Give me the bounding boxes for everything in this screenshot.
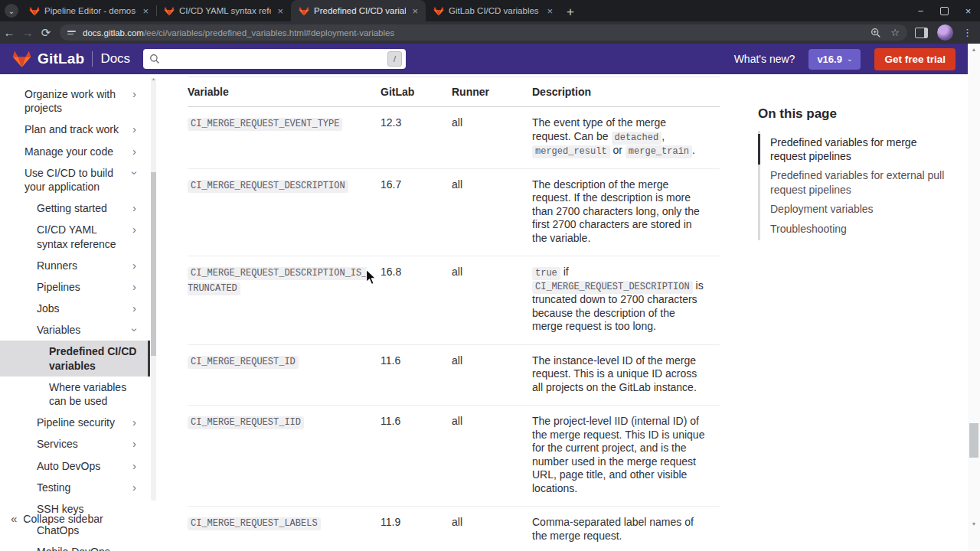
sidebar-item[interactable]: Auto DevOps› xyxy=(0,455,150,477)
browser-tab[interactable]: Predefined CI/CD variables refe× xyxy=(291,0,426,21)
sidebar-item[interactable]: Variables› xyxy=(0,319,150,341)
site-info-icon[interactable] xyxy=(67,31,76,34)
docs-search[interactable]: / xyxy=(143,49,406,69)
gitlab-favicon-icon xyxy=(29,6,40,16)
address-bar[interactable]: docs.gitlab.com/ee/ci/variables/predefin… xyxy=(60,24,907,41)
window-close-button[interactable]: × xyxy=(956,0,980,21)
variable-name: CI_MERGE_REQUEST_IID xyxy=(188,416,304,429)
forward-button[interactable]: → xyxy=(18,27,37,38)
bookmark-star-icon[interactable]: ☆ xyxy=(890,28,900,37)
version-dropdown[interactable]: v16.9⌄ xyxy=(808,49,861,70)
sidebar-item[interactable]: Runners› xyxy=(0,255,150,276)
sidebar-nav: Organize work with projects›Plan and tra… xyxy=(0,74,150,551)
get-free-trial-button[interactable]: Get free trial xyxy=(874,48,956,70)
page-scroll-thumb[interactable] xyxy=(969,423,978,458)
sidebar-item[interactable]: Where variables can be used xyxy=(0,377,150,412)
runner-cell: all xyxy=(452,168,532,256)
doc-content: VariableGitLabRunnerDescription CI_MERGE… xyxy=(188,74,720,551)
chevron-right-icon: › xyxy=(132,459,136,473)
search-input[interactable] xyxy=(165,53,387,66)
page-scrollbar[interactable]: ▲ ▼ xyxy=(968,44,980,551)
sidebar-item[interactable]: Plan and track work› xyxy=(0,119,150,140)
description-cell: The project-level IID (internal ID) of t… xyxy=(532,406,720,507)
window-minimize-button[interactable]: − xyxy=(909,0,933,21)
chevron-down-icon: › xyxy=(128,328,142,332)
inline-code: detached xyxy=(612,132,662,145)
gitlab-favicon-icon xyxy=(299,6,309,16)
table-body: CI_MERGE_REQUEST_EVENT_TYPE12.3allThe ev… xyxy=(188,107,720,551)
on-this-page-panel: On this page Predefined variables for me… xyxy=(758,74,954,240)
window-restore-button[interactable] xyxy=(933,0,956,21)
docs-sidebar: Organize work with projects›Plan and tra… xyxy=(0,74,161,551)
tab-close-icon[interactable]: × xyxy=(410,6,420,16)
sidebar-item[interactable]: Jobs› xyxy=(0,298,150,319)
sidebar-item[interactable]: Testing› xyxy=(0,477,150,498)
tab-close-icon[interactable]: × xyxy=(276,6,285,16)
sidebar-item[interactable]: CI/CD YAML syntax reference› xyxy=(0,219,150,254)
chevron-right-icon: › xyxy=(132,259,136,272)
tab-title: CI/CD YAML syntax reference | xyxy=(179,6,271,15)
variable-cell: CI_MERGE_REQUEST_DESCRIPTION xyxy=(188,168,381,256)
sidebar-item[interactable]: Pipeline security› xyxy=(0,412,150,433)
restore-icon xyxy=(940,7,949,15)
gitlab-version-cell: 11.6 xyxy=(381,406,452,507)
scroll-down-icon[interactable]: ▼ xyxy=(968,521,980,527)
toc-item[interactable]: Troubleshooting xyxy=(770,219,954,238)
sidebar-scroll-thumb[interactable] xyxy=(151,172,156,356)
back-button[interactable]: ← xyxy=(0,27,18,38)
tanuki-icon xyxy=(12,50,31,68)
scroll-up-icon[interactable]: ▲ xyxy=(968,47,980,52)
whats-new-link[interactable]: What's new? xyxy=(734,53,795,65)
toc-item[interactable]: Deployment variables xyxy=(770,200,954,219)
browser-menu-icon[interactable]: ⋮ xyxy=(962,27,972,38)
tab-close-icon[interactable]: × xyxy=(141,6,150,16)
search-icon xyxy=(149,54,160,64)
variable-cell: CI_MERGE_REQUEST_LABELS xyxy=(188,507,381,551)
page-url[interactable]: docs.gitlab.com/ee/ci/variables/predefin… xyxy=(83,28,394,37)
sidebar-item[interactable]: Organize work with projects› xyxy=(0,83,150,119)
brand-name: GitLab xyxy=(38,51,84,67)
docs-label[interactable]: Docs xyxy=(100,51,130,67)
sidebar-item[interactable]: Predefined CI/CD variables xyxy=(0,341,150,376)
toc-item[interactable]: Predefined variables for external pull r… xyxy=(770,166,954,200)
chevron-right-icon: › xyxy=(132,302,136,315)
runner-cell: all xyxy=(452,107,532,169)
collapse-sidebar-button[interactable]: « Collapse sidebar xyxy=(11,512,103,525)
sidebar-item[interactable]: Pipelines› xyxy=(0,276,150,298)
browser-tab[interactable]: Pipeline Editor - demos-group /× xyxy=(21,0,156,21)
sidebar-item-label: Predefined CI/CD variables xyxy=(49,345,136,371)
variable-cell: CI_MERGE_REQUEST_EVENT_TYPE xyxy=(188,107,381,169)
sidebar-item-label: Pipelines xyxy=(37,281,80,293)
gitlab-logo[interactable]: GitLab xyxy=(12,50,84,68)
variable-name: CI_MERGE_REQUEST_LABELS xyxy=(188,517,321,530)
browser-tab[interactable]: GitLab CI/CD variables | GitLab× xyxy=(426,0,560,21)
sidebar-item[interactable]: Manage your code› xyxy=(0,141,150,162)
runner-cell: all xyxy=(452,406,532,507)
sidebar-item[interactable]: Mobile DevOps xyxy=(0,541,150,551)
url-domain: docs.gitlab.com xyxy=(83,28,144,37)
sidebar-item[interactable]: Services› xyxy=(0,433,150,455)
runner-cell: all xyxy=(452,344,532,406)
sidebar-scrollbar[interactable]: ▲ xyxy=(151,78,156,500)
sidebar-item-label: Services xyxy=(37,438,78,450)
inline-code: merged_result xyxy=(532,145,610,158)
reload-button[interactable]: ⟳ xyxy=(37,27,55,38)
profile-avatar[interactable] xyxy=(937,24,953,41)
tab-close-icon[interactable]: × xyxy=(545,6,554,16)
docs-page: Organize work with projects›Plan and tra… xyxy=(0,74,968,551)
sidebar-item-label: Pipeline security xyxy=(37,416,115,429)
zoom-indicator-icon[interactable] xyxy=(871,28,881,38)
tab-title: Predefined CI/CD variables refe xyxy=(314,6,406,15)
toc-title: On this page xyxy=(758,106,954,122)
collapse-label: Collapse sidebar xyxy=(23,513,103,525)
side-panel-icon[interactable] xyxy=(915,28,928,38)
gitlab-version-cell: 11.6 xyxy=(381,344,452,406)
browser-tab[interactable]: CI/CD YAML syntax reference |× xyxy=(156,0,291,21)
browser-tabs: Pipeline Editor - demos-group /×CI/CD YA… xyxy=(21,0,560,21)
toc-item[interactable]: Predefined variables for merge request p… xyxy=(770,132,954,166)
sidebar-item[interactable]: Use CI/CD to build your application› xyxy=(0,162,150,197)
tab-search-button[interactable]: ⌄ xyxy=(5,4,18,18)
new-tab-button[interactable]: + xyxy=(567,5,574,18)
header-divider xyxy=(92,51,93,67)
sidebar-item[interactable]: Getting started› xyxy=(0,197,150,219)
